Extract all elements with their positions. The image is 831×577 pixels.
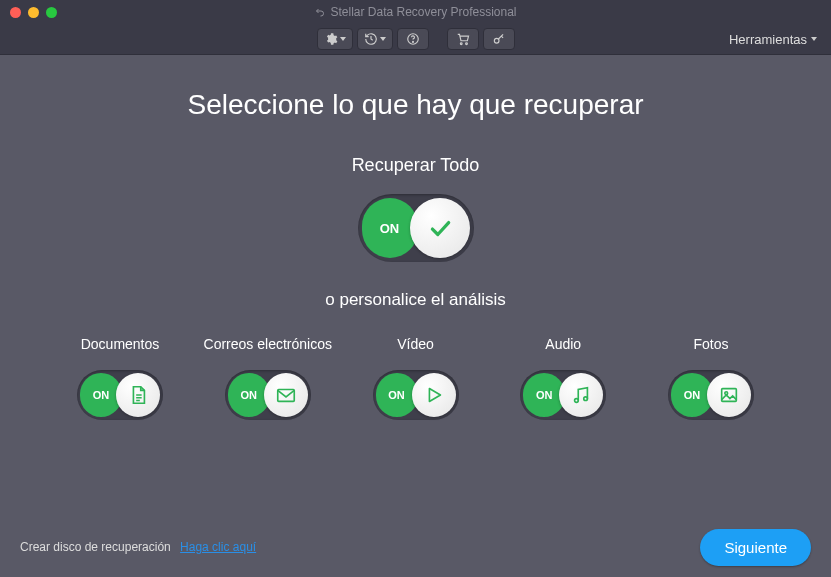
category-documents: Documentos ON	[50, 336, 190, 420]
key-icon	[491, 32, 507, 46]
image-icon	[718, 384, 740, 406]
minimize-window-button[interactable]	[28, 7, 39, 18]
page-title: Seleccione lo que hay que recuperar	[30, 89, 801, 121]
window-title: Stellar Data Recovery Professional	[0, 5, 831, 19]
footer: Crear disco de recuperación Haga clic aq…	[0, 517, 831, 577]
category-label: Vídeo	[346, 336, 486, 352]
mail-icon	[275, 384, 297, 406]
toggle-knob	[264, 373, 308, 417]
documents-toggle[interactable]: ON	[77, 370, 163, 420]
history-icon	[364, 32, 378, 46]
cart-icon	[455, 32, 471, 46]
chevron-down-icon	[340, 37, 346, 41]
svg-rect-5	[278, 390, 295, 402]
svg-point-2	[460, 43, 462, 45]
key-button[interactable]	[483, 28, 515, 50]
tools-menu-label: Herramientas	[729, 32, 807, 47]
audio-toggle[interactable]: ON	[520, 370, 606, 420]
svg-point-7	[575, 399, 579, 403]
tools-menu[interactable]: Herramientas	[729, 32, 817, 47]
toggle-knob	[707, 373, 751, 417]
settings-button[interactable]	[317, 28, 353, 50]
play-icon	[423, 384, 445, 406]
category-label: Correos electrónicos	[198, 336, 338, 352]
music-icon	[570, 384, 592, 406]
close-window-button[interactable]	[10, 7, 21, 18]
svg-point-4	[494, 38, 499, 43]
chevron-down-icon	[811, 37, 817, 41]
category-video: Vídeo ON	[346, 336, 486, 420]
toggle-knob	[412, 373, 456, 417]
emails-toggle[interactable]: ON	[225, 370, 311, 420]
photos-toggle[interactable]: ON	[668, 370, 754, 420]
gear-icon	[324, 32, 338, 46]
recover-all-toggle[interactable]: ON	[358, 194, 474, 262]
next-button[interactable]: Siguiente	[700, 529, 811, 566]
window-controls	[10, 7, 57, 18]
category-label: Fotos	[641, 336, 781, 352]
svg-marker-6	[429, 389, 440, 402]
recovery-disk-text: Crear disco de recuperación Haga clic aq…	[20, 540, 256, 554]
customize-label: o personalice el análisis	[30, 290, 801, 310]
history-button[interactable]	[357, 28, 393, 50]
titlebar: Stellar Data Recovery Professional	[0, 0, 831, 24]
category-audio: Audio ON	[493, 336, 633, 420]
category-emails: Correos electrónicos ON	[198, 336, 338, 420]
toggle-knob	[559, 373, 603, 417]
toggle-knob	[116, 373, 160, 417]
svg-point-3	[465, 43, 467, 45]
category-row: Documentos ON Correos electrónicos ON Ví…	[30, 336, 801, 420]
recover-all-label: Recuperar Todo	[30, 155, 801, 176]
check-icon	[427, 215, 453, 241]
svg-rect-9	[722, 389, 737, 402]
help-button[interactable]	[397, 28, 429, 50]
category-label: Audio	[493, 336, 633, 352]
video-toggle[interactable]: ON	[373, 370, 459, 420]
zoom-window-button[interactable]	[46, 7, 57, 18]
category-label: Documentos	[50, 336, 190, 352]
cart-button[interactable]	[447, 28, 479, 50]
main-content: Seleccione lo que hay que recuperar Recu…	[0, 55, 831, 420]
svg-point-1	[412, 41, 413, 42]
svg-point-8	[584, 397, 588, 401]
toggle-knob	[410, 198, 470, 258]
document-icon	[127, 384, 149, 406]
category-photos: Fotos ON	[641, 336, 781, 420]
chevron-down-icon	[380, 37, 386, 41]
recovery-disk-link[interactable]: Haga clic aquí	[180, 540, 256, 554]
help-icon	[406, 32, 420, 46]
toolbar: Herramientas	[0, 24, 831, 55]
recovery-disk-label: Crear disco de recuperación	[20, 540, 171, 554]
